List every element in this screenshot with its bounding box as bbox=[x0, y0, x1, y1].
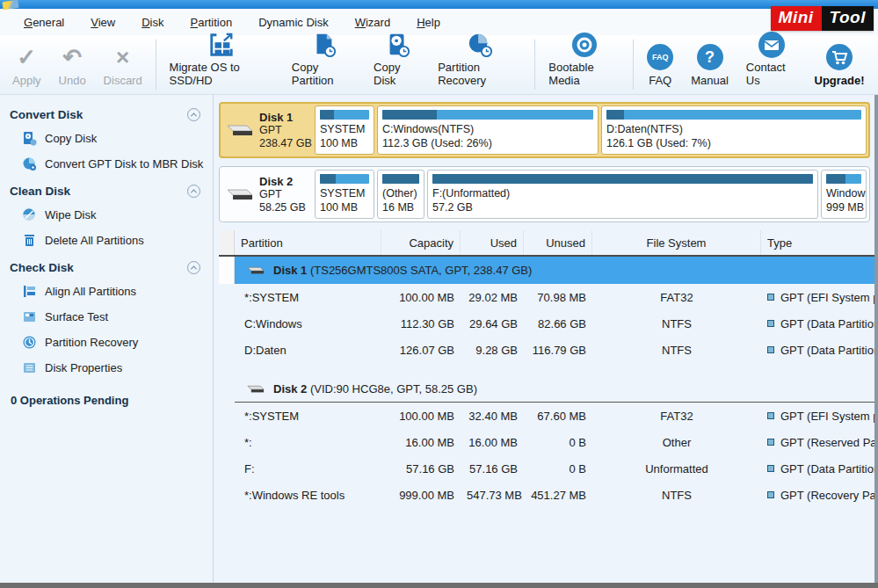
hdd-icon bbox=[225, 121, 255, 139]
migrate-os-icon bbox=[208, 32, 235, 58]
table-row[interactable]: *: 16.00 MB 16.00 MB 0 B Other GPT (Rese… bbox=[219, 429, 874, 455]
discard-button[interactable]: × Discard bbox=[95, 35, 151, 94]
disk2-graphic-row: Disk 2 GPT 58.25 GB SYSTEM 100 MB (Other… bbox=[219, 166, 870, 222]
apply-button[interactable]: ✓ Apply bbox=[4, 35, 50, 94]
partition-block-d-daten[interactable]: D:Daten(NTFS) 126.1 GB (Used: 7%) bbox=[601, 105, 867, 155]
col-type[interactable]: Type bbox=[761, 230, 874, 255]
partition-block-c-windows[interactable]: C:Windows(NTFS) 112.3 GB (Used: 26%) bbox=[377, 105, 599, 155]
convert-disk-icon bbox=[22, 156, 37, 171]
recovery-clock-icon bbox=[22, 335, 37, 350]
action-sidebar: Convert Disk Copy Disk Convert GPT Disk … bbox=[0, 95, 214, 583]
hdd-icon bbox=[225, 185, 255, 203]
section-convert-disk[interactable]: Convert Disk bbox=[0, 100, 213, 126]
usage-bar bbox=[826, 174, 861, 184]
partition-type-swatch bbox=[767, 294, 774, 301]
disk-map-panel: Disk 1 GPT 238.47 GB SYSTEM 100 MB C:Win… bbox=[214, 95, 878, 583]
toolbar-separator bbox=[534, 40, 535, 90]
minitool-logo: Mini Tool bbox=[771, 6, 874, 31]
partition-type-swatch bbox=[767, 465, 774, 472]
faq-icon: FAQ bbox=[647, 44, 673, 70]
partition-block-f[interactable]: F:(Unformatted) 57.2 GB bbox=[427, 170, 818, 219]
menu-partition[interactable]: Partition bbox=[178, 16, 246, 29]
sidebar-item-align-all-partitions[interactable]: Align All Partitions bbox=[0, 279, 213, 304]
col-unused[interactable]: Unused bbox=[524, 230, 592, 255]
faq-button[interactable]: FAQ FAQ bbox=[638, 35, 682, 94]
logo-tool: Tool bbox=[822, 6, 874, 31]
menu-disk[interactable]: Disk bbox=[128, 16, 177, 29]
undo-button[interactable]: ↶ Undo bbox=[50, 35, 95, 94]
partition-recovery-button[interactable]: Partition Recovery bbox=[429, 35, 530, 94]
collapse-icon[interactable] bbox=[187, 261, 200, 274]
upgrade-button[interactable]: Upgrade! bbox=[806, 35, 874, 94]
partition-type-swatch bbox=[767, 439, 774, 446]
collapse-icon[interactable] bbox=[187, 185, 200, 198]
sidebar-item-delete-all-partitions[interactable]: Delete All Partitions bbox=[0, 228, 213, 253]
contact-us-button[interactable]: Contact Us bbox=[737, 35, 806, 94]
partition-block-winre[interactable]: Windows RE tools 999 MB bbox=[821, 170, 867, 219]
toolbar: ✓ Apply ↶ Undo × Discard Migrate OS to S… bbox=[0, 35, 878, 95]
collapse-icon[interactable] bbox=[187, 108, 200, 121]
trash-icon bbox=[22, 233, 37, 248]
properties-list-icon bbox=[22, 360, 37, 375]
partition-recovery-icon bbox=[467, 32, 493, 58]
usage-bar bbox=[382, 174, 419, 184]
col-capacity[interactable]: Capacity bbox=[381, 230, 461, 255]
menubar: General View Disk Partition Dynamic Disk… bbox=[0, 9, 878, 35]
wipe-disk-icon bbox=[22, 207, 37, 222]
partition-table: Partition Capacity Used Unused File Syst… bbox=[219, 230, 874, 508]
operations-pending-status: 0 Operations Pending bbox=[0, 381, 213, 420]
disk1-label[interactable]: Disk 1 GPT 238.47 GB bbox=[222, 105, 312, 155]
usage-bar bbox=[320, 110, 369, 120]
table-row[interactable]: *:SYSTEM 100.00 MB 32.40 MB 67.60 MB FAT… bbox=[219, 403, 874, 429]
usage-bar bbox=[432, 174, 813, 184]
disk2-group-row[interactable]: Disk 2 (VID:90 HCG8e, GPT, 58.25 GB) bbox=[219, 375, 874, 403]
hdd-icon bbox=[246, 265, 265, 276]
menu-view[interactable]: View bbox=[77, 16, 128, 29]
partition-block-other[interactable]: (Other) 16 MB bbox=[377, 170, 424, 219]
col-file-system[interactable]: File System bbox=[592, 230, 761, 255]
usage-bar bbox=[320, 174, 369, 184]
align-partitions-icon bbox=[22, 284, 37, 299]
partition-type-swatch bbox=[767, 412, 774, 419]
sidebar-item-convert-gpt-to-mbr[interactable]: Convert GPT Disk to MBR Disk bbox=[0, 151, 213, 177]
logo-mini: Mini bbox=[771, 6, 822, 31]
col-used[interactable]: Used bbox=[461, 230, 524, 255]
disk1-group-row[interactable]: Disk 1 (TS256GMTS800S SATA, GPT, 238.47 … bbox=[219, 257, 874, 284]
menu-help[interactable]: Help bbox=[403, 16, 454, 29]
sidebar-item-partition-recovery[interactable]: Partition Recovery bbox=[0, 330, 213, 355]
bootable-media-button[interactable]: Bootable Media bbox=[540, 35, 628, 94]
disk2-label[interactable]: Disk 2 GPT 58.25 GB bbox=[222, 170, 312, 219]
partition-block-system[interactable]: SYSTEM 100 MB bbox=[315, 105, 374, 155]
table-row[interactable]: F: 57.16 GB 57.16 GB 0 B Unformatted GPT… bbox=[219, 455, 874, 482]
section-check-disk[interactable]: Check Disk bbox=[0, 253, 213, 279]
table-header-row: Partition Capacity Used Unused File Syst… bbox=[219, 230, 874, 257]
partition-block-system2[interactable]: SYSTEM 100 MB bbox=[315, 170, 374, 219]
manual-button[interactable]: ? Manual bbox=[682, 35, 737, 94]
migrate-os-button[interactable]: Migrate OS to SSD/HD bbox=[161, 35, 283, 94]
sidebar-item-disk-properties[interactable]: Disk Properties bbox=[0, 355, 213, 381]
sidebar-item-wipe-disk[interactable]: Wipe Disk bbox=[0, 202, 213, 228]
copy-disk-button[interactable]: Copy Disk bbox=[365, 35, 429, 94]
table-row[interactable]: *:Windows RE tools 999.00 MB 547.73 MB 4… bbox=[219, 482, 874, 508]
question-mark-icon: ? bbox=[697, 44, 723, 70]
col-partition[interactable]: Partition bbox=[235, 230, 381, 255]
table-row[interactable]: D:Daten 126.07 GB 9.28 GB 116.79 GB NTFS… bbox=[219, 337, 874, 363]
hdd-icon bbox=[246, 383, 265, 395]
table-row[interactable]: C:Windows 112.30 GB 29.64 GB 82.66 GB NT… bbox=[219, 310, 874, 337]
disk1-group-header[interactable]: Disk 1 (TS256GMTS800S SATA, GPT, 238.47 … bbox=[235, 257, 874, 284]
section-clean-disk[interactable]: Clean Disk bbox=[0, 177, 213, 202]
copy-partition-button[interactable]: Copy Partition bbox=[283, 35, 365, 94]
x-icon: × bbox=[116, 46, 129, 69]
menu-general[interactable]: General bbox=[11, 16, 77, 29]
menu-wizard[interactable]: Wizard bbox=[342, 16, 403, 29]
table-row[interactable]: *:SYSTEM 100.00 MB 29.02 MB 70.98 MB FAT… bbox=[219, 284, 874, 310]
menu-dynamic-disk[interactable]: Dynamic Disk bbox=[245, 16, 341, 29]
sidebar-item-copy-disk[interactable]: Copy Disk bbox=[0, 126, 213, 151]
bootable-media-icon bbox=[571, 32, 598, 58]
surface-test-icon bbox=[22, 309, 37, 324]
sidebar-item-surface-test[interactable]: Surface Test bbox=[0, 304, 213, 330]
copy-disk-icon bbox=[384, 32, 410, 58]
check-icon: ✓ bbox=[17, 46, 36, 69]
toolbar-separator bbox=[156, 40, 156, 90]
disk2-group-header[interactable]: Disk 2 (VID:90 HCG8e, GPT, 58.25 GB) bbox=[235, 375, 874, 403]
